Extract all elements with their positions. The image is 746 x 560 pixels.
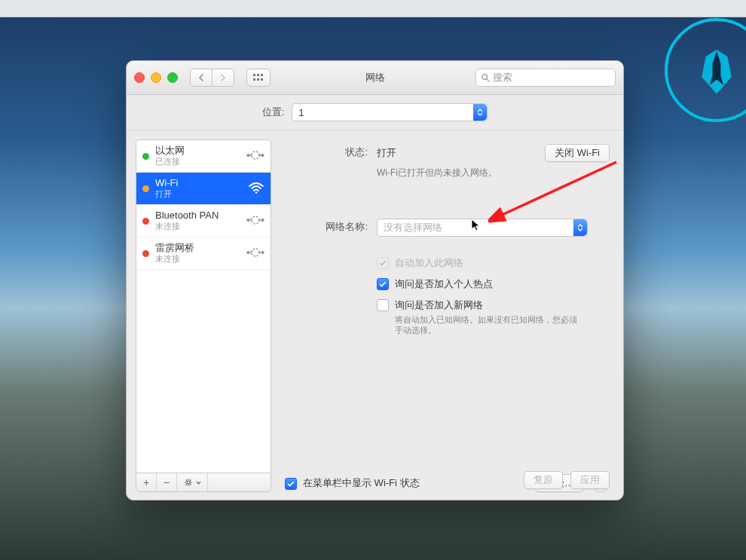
search-icon [481, 73, 490, 82]
wifi-icon [248, 182, 264, 196]
svg-rect-4 [257, 78, 259, 81]
options-checks: 自动加入此网络 询问是否加入个人热点 询问是否加入新网络 将自动加入已知网络。如… [377, 256, 610, 336]
service-status: 已连接 [155, 157, 185, 167]
checkbox [377, 257, 389, 269]
network-prefs-window: 网络 搜索 位置: 1 [126, 60, 624, 500]
location-select[interactable]: 1 [292, 103, 488, 121]
service-item-wifi[interactable]: Wi-Fi 打开 [136, 173, 271, 205]
forward-button[interactable] [212, 69, 234, 87]
status-dot-icon [142, 185, 149, 192]
svg-point-8 [252, 151, 259, 159]
service-item-bluetooth-pan[interactable]: Bluetooth PAN 未连接 [136, 205, 271, 237]
status-dot-icon [142, 250, 149, 257]
ask-new-check[interactable]: 询问是否加入新网络 将自动加入已知网络。如果没有已知网络，您必须手动选择。 [377, 298, 610, 336]
search-field[interactable]: 搜索 [475, 69, 616, 87]
auto-join-label: 自动加入此网络 [395, 256, 463, 270]
select-stepper-icon [473, 104, 487, 121]
service-name: Bluetooth PAN [155, 210, 219, 222]
gear-icon [184, 477, 194, 488]
service-name: 雷雳网桥 [155, 243, 194, 254]
service-item-ethernet[interactable]: 以太网 已连接 [136, 140, 271, 173]
auto-join-check: 自动加入此网络 [377, 256, 610, 270]
svg-line-26 [190, 480, 191, 482]
status-row: 状态: 打开 关闭 Wi-Fi Wi-Fi已打开但尚未接入网络。 [285, 144, 610, 179]
wifi-toggle-button[interactable]: 关闭 Wi-Fi [545, 144, 610, 162]
show-all-button[interactable] [246, 69, 271, 87]
service-name: 以太网 [155, 145, 185, 157]
select-stepper-icon [573, 219, 587, 236]
remove-service-button[interactable]: − [157, 473, 177, 491]
svg-point-12 [252, 216, 259, 224]
search-placeholder: 搜索 [493, 71, 512, 84]
minimize-button[interactable] [151, 72, 161, 83]
titlebar: 网络 搜索 [127, 61, 623, 95]
service-status: 打开 [155, 189, 178, 199]
status-dot-icon [142, 153, 149, 160]
ethernet-icon [246, 246, 264, 262]
svg-point-15 [252, 249, 259, 256]
svg-rect-1 [257, 74, 259, 76]
chevron-down-icon [196, 481, 201, 485]
content-area: 以太网 已连接 Wi-Fi 打开 [127, 130, 623, 500]
location-value: 1 [298, 107, 304, 118]
svg-line-24 [190, 484, 191, 485]
back-button[interactable] [190, 69, 212, 87]
svg-rect-2 [261, 74, 263, 76]
detail-panel: 状态: 打开 关闭 Wi-Fi Wi-Fi已打开但尚未接入网络。 网络名称: [271, 130, 623, 500]
window-bottom-buttons: 复原 应用 [524, 471, 610, 489]
ethernet-icon [246, 213, 264, 229]
services-footer: + − [136, 473, 271, 492]
show-in-menubar-check[interactable]: 在菜单栏中显示 Wi-Fi 状态 [285, 476, 420, 490]
apply-button[interactable]: 应用 [570, 471, 610, 489]
services-list: 以太网 已连接 Wi-Fi 打开 [136, 139, 271, 473]
svg-point-11 [255, 191, 258, 194]
ethernet-icon [246, 148, 264, 164]
show-in-menubar-label: 在菜单栏中显示 Wi-Fi 状态 [303, 476, 420, 490]
service-status: 未连接 [155, 222, 219, 231]
service-status: 未连接 [155, 254, 194, 264]
chevron-right-icon [220, 74, 226, 81]
svg-rect-3 [253, 78, 255, 81]
add-service-button[interactable]: + [136, 473, 157, 491]
network-name-label: 网络名称: [285, 219, 368, 234]
svg-line-25 [185, 484, 187, 485]
checkbox[interactable] [377, 278, 389, 290]
ask-new-desc: 将自动加入已知网络。如果没有已知网络，您必须手动选择。 [395, 314, 583, 336]
ask-new-label: 询问是否加入新网络 [395, 299, 483, 311]
status-substatus: Wi-Fi已打开但尚未接入网络。 [377, 167, 610, 179]
network-name-row: 网络名称: 没有选择网络 [285, 219, 610, 237]
network-name-select[interactable]: 没有选择网络 [377, 219, 588, 237]
ask-hotspot-check[interactable]: 询问是否加入个人热点 [377, 277, 610, 291]
nav-back-forward [190, 69, 234, 87]
checkbox[interactable] [377, 299, 389, 311]
watermark-emblem [665, 18, 746, 122]
svg-line-23 [185, 480, 187, 482]
location-label: 位置: [262, 106, 285, 119]
svg-line-7 [487, 79, 489, 81]
service-actions-button[interactable] [177, 473, 208, 491]
services-sidebar: 以太网 已连接 Wi-Fi 打开 [127, 130, 271, 500]
checkbox[interactable] [285, 478, 297, 490]
macos-menubar [0, 0, 746, 17]
status-dot-icon [142, 218, 149, 225]
svg-rect-0 [253, 74, 255, 76]
location-row: 位置: 1 [127, 95, 623, 130]
svg-rect-5 [261, 78, 263, 81]
grid-icon [253, 74, 264, 81]
ask-hotspot-label: 询问是否加入个人热点 [395, 277, 493, 291]
service-name: Wi-Fi [155, 178, 178, 189]
desktop-background: 网络 搜索 位置: 1 [0, 0, 746, 560]
close-button[interactable] [134, 72, 145, 83]
service-item-thunderbolt-bridge[interactable]: 雷雳网桥 未连接 [136, 237, 271, 270]
status-value: 打开 [377, 146, 396, 160]
svg-point-6 [482, 75, 488, 80]
zoom-button[interactable] [167, 72, 178, 83]
network-name-placeholder: 没有选择网络 [384, 221, 442, 234]
traffic-lights [134, 72, 178, 83]
revert-button[interactable]: 复原 [524, 471, 563, 489]
svg-point-18 [187, 481, 190, 484]
status-label: 状态: [285, 144, 368, 159]
chevron-left-icon [198, 74, 204, 81]
